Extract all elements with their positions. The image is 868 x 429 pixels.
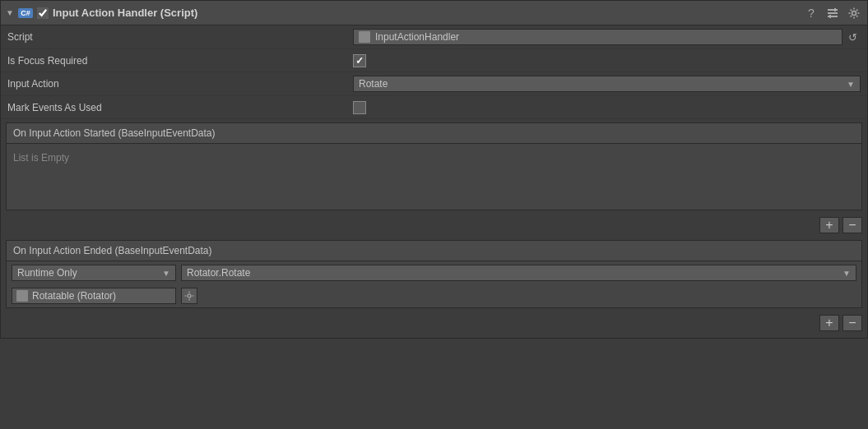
mark-events-label: Mark Events As Used: [7, 102, 353, 113]
function-dropdown-arrow-icon: ▼: [842, 269, 851, 278]
help-icon-btn[interactable]: ?: [803, 5, 819, 21]
header-right-icons: ?: [803, 5, 862, 21]
event-started-section: On Input Action Started (BaseInputEventD…: [6, 122, 862, 210]
svg-rect-3: [834, 8, 836, 12]
component-panel: ▼ C# Input Action Handler (Script) ?: [0, 0, 868, 339]
event-started-remove-btn[interactable]: −: [842, 217, 862, 233]
script-filename: InputActionHandler: [375, 31, 459, 43]
script-row: Script InputActionHandler ↺: [1, 25, 867, 49]
is-focus-required-value: [353, 54, 861, 67]
component-enabled-checkbox[interactable]: [37, 7, 49, 19]
mark-events-row: Mark Events As Used: [1, 96, 867, 119]
svg-rect-4: [829, 15, 831, 18]
runtime-only-value: Runtime Only: [17, 267, 77, 279]
event-ended-section: On Input Action Ended (BaseInputEventDat…: [6, 240, 862, 308]
mark-events-checkbox[interactable]: [353, 101, 366, 114]
svg-rect-1: [828, 12, 838, 14]
header-left: ▼ C# Input Action Handler (Script): [6, 7, 798, 19]
event-ended-item-row: Runtime Only ▼ Rotator.Rotate ▼: [7, 261, 861, 284]
is-focus-required-checkbox[interactable]: [353, 54, 366, 67]
script-value: InputActionHandler ↺: [353, 29, 861, 45]
svg-rect-2: [828, 16, 838, 17]
collapse-arrow-icon[interactable]: ▼: [6, 8, 14, 17]
object-value: Rotatable (Rotator): [32, 290, 116, 302]
function-dropdown[interactable]: Rotator.Rotate ▼: [181, 265, 856, 281]
script-file-icon: [359, 31, 370, 43]
input-action-value: Rotate ▼: [353, 76, 861, 92]
input-action-selected: Rotate: [359, 78, 388, 90]
script-field[interactable]: InputActionHandler: [353, 29, 842, 45]
gear-icon-btn[interactable]: [846, 5, 862, 21]
svg-point-6: [188, 294, 191, 298]
event-ended-footer: + −: [1, 311, 867, 334]
component-header: ▼ C# Input Action Handler (Script) ?: [1, 1, 867, 25]
event-started-header: On Input Action Started (BaseInputEventD…: [7, 123, 861, 144]
input-action-dropdown[interactable]: Rotate ▼: [353, 76, 861, 92]
is-focus-required-row: Is Focus Required: [1, 49, 867, 72]
input-action-label: Input Action: [7, 78, 353, 90]
preset-icon-btn[interactable]: [824, 5, 841, 21]
dropdown-arrow-icon: ▼: [847, 80, 855, 89]
function-value: Rotator.Rotate: [187, 267, 250, 279]
runtime-only-dropdown[interactable]: Runtime Only ▼: [12, 265, 176, 281]
event-started-container: On Input Action Started (BaseInputEventD…: [1, 122, 867, 237]
script-reset-btn[interactable]: ↺: [844, 29, 861, 45]
event-ended-header: On Input Action Ended (BaseInputEventDat…: [7, 241, 861, 261]
object-field[interactable]: Rotatable (Rotator): [12, 288, 176, 304]
event-started-empty: List is Empty: [7, 144, 861, 210]
event-ended-add-btn[interactable]: +: [819, 315, 839, 331]
cs-badge: C#: [18, 8, 33, 18]
event-ended-remove-btn[interactable]: −: [842, 315, 862, 331]
event-ended-object-row: Rotatable (Rotator): [7, 284, 861, 307]
object-file-icon: [16, 290, 28, 302]
runtime-dropdown-arrow-icon: ▼: [162, 269, 170, 278]
script-label: Script: [7, 31, 353, 43]
mark-events-value: [353, 101, 861, 114]
event-started-add-btn[interactable]: +: [819, 217, 839, 233]
is-focus-required-label: Is Focus Required: [7, 55, 353, 67]
event-ended-container: On Input Action Ended (BaseInputEventDat…: [1, 240, 867, 334]
input-action-row: Input Action Rotate ▼: [1, 72, 867, 96]
object-settings-btn[interactable]: [181, 288, 197, 304]
svg-rect-0: [828, 9, 838, 11]
event-started-footer: + −: [1, 214, 867, 237]
svg-point-5: [852, 11, 856, 15]
component-title: Input Action Handler (Script): [53, 7, 197, 19]
